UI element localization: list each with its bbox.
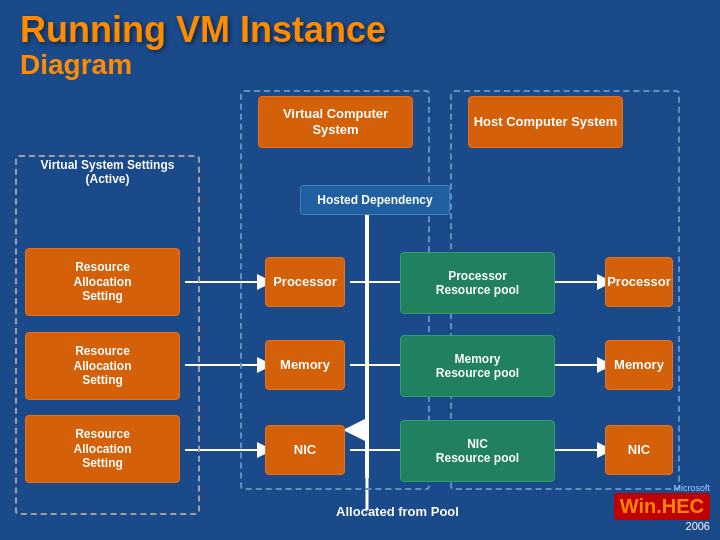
- resource-allocation-setting-3: Resource Allocation Setting: [25, 415, 180, 483]
- year-label: 2006: [614, 520, 710, 532]
- virtual-computer-system-label: Virtual Computer System: [258, 96, 413, 148]
- microsoft-label: Microsoft: [614, 483, 710, 493]
- hosted-dependency-label: Hosted Dependency: [300, 185, 450, 215]
- memory-resource-pool: Memory Resource pool: [400, 335, 555, 397]
- title-area: Running VM Instance Diagram: [20, 10, 386, 80]
- nic-resource-pool: NIC Resource pool: [400, 420, 555, 482]
- allocated-from-pool-label: Allocated from Pool: [310, 497, 485, 527]
- virtual-system-settings-label: Virtual System Settings (Active): [20, 158, 195, 186]
- resource-allocation-setting-2: Resource Allocation Setting: [25, 332, 180, 400]
- page-title-main: Running VM Instance: [20, 10, 386, 50]
- processor-resource-pool: Processor Resource pool: [400, 252, 555, 314]
- resource-allocation-setting-1: Resource Allocation Setting: [25, 248, 180, 316]
- memory-vcs: Memory: [265, 340, 345, 390]
- processor-vcs: Processor: [265, 257, 345, 307]
- processor-host: Processor: [605, 257, 673, 307]
- winhec-logo-area: Microsoft Win.HEC 2006: [614, 483, 710, 532]
- winhec-badge: Win.HEC: [614, 493, 710, 520]
- page-title-sub: Diagram: [20, 50, 386, 81]
- host-computer-system-label: Host Computer System: [468, 96, 623, 148]
- nic-vcs: NIC: [265, 425, 345, 475]
- nic-host: NIC: [605, 425, 673, 475]
- memory-host: Memory: [605, 340, 673, 390]
